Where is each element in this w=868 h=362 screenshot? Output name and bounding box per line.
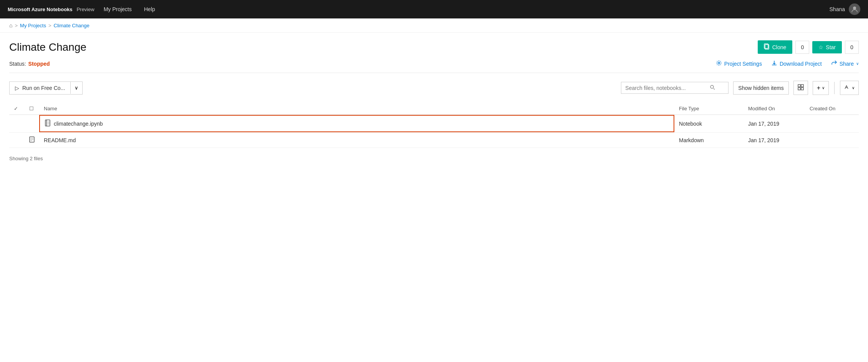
run-label: Run on Free Co... (22, 85, 65, 91)
status-label: Status: (9, 61, 26, 67)
show-hidden-label: Show hidden items (738, 85, 783, 91)
navbar-brand: Microsoft Azure Notebooks Preview (8, 7, 95, 12)
svg-point-4 (710, 85, 714, 88)
svg-rect-8 (801, 88, 803, 90)
nav-my-projects[interactable]: My Projects (104, 6, 132, 12)
filetype-header-label: File Type (679, 106, 699, 111)
created-header-label: Created On (810, 106, 835, 111)
col-name-header: Name (39, 103, 674, 115)
gear-icon (716, 60, 722, 67)
new-item-chevron: ∨ (822, 86, 825, 90)
star-button[interactable]: ☆ Star (812, 41, 842, 53)
row2-filename: README.md (44, 137, 76, 143)
share-icon (831, 60, 837, 67)
row2-name-cell[interactable]: README.md (39, 133, 674, 148)
play-icon: ▷ (15, 85, 19, 91)
svg-rect-5 (798, 85, 800, 87)
file-table: ✓ ☐ Name File Type Modified On Created O… (9, 103, 859, 148)
show-hidden-button[interactable]: Show hidden items (733, 81, 788, 95)
breadcrumb-sep-2: > (48, 23, 51, 28)
row2-icon (25, 133, 39, 148)
status-value: Stopped (28, 61, 50, 67)
col-modified-header: Modified On (744, 103, 805, 115)
clone-count: 0 (795, 41, 809, 54)
project-title: Climate Change (9, 41, 86, 53)
sort-button[interactable]: ∨ (840, 81, 859, 95)
search-box (621, 82, 729, 94)
run-button[interactable]: ▷ Run on Free Co... (10, 82, 70, 94)
share-link[interactable]: Share ∨ (831, 60, 859, 67)
download-icon (771, 60, 777, 67)
row2-modified: Jan 17, 2019 (744, 133, 805, 148)
showing-count: Showing 2 files (9, 156, 859, 161)
star-icon: ☆ (818, 44, 823, 50)
table-header: ✓ ☐ Name File Type Modified On Created O… (9, 103, 859, 115)
main-content: Climate Change Clone 0 ☆ Star 0 Status: (0, 33, 868, 169)
run-button-group: ▷ Run on Free Co... ∨ (9, 81, 83, 95)
svg-point-0 (853, 7, 856, 10)
run-dropdown-button[interactable]: ∨ (70, 82, 82, 94)
header-row: Climate Change Clone 0 ☆ Star 0 (9, 40, 859, 54)
row1-created (805, 115, 859, 133)
plus-icon: + (817, 85, 820, 91)
search-icon (710, 85, 715, 91)
file-icon (29, 138, 35, 144)
home-icon[interactable]: ⌂ (9, 22, 12, 28)
svg-rect-6 (801, 85, 803, 87)
avatar[interactable] (849, 3, 860, 15)
row2-filetype: Markdown (674, 133, 744, 148)
notebook-icon (45, 120, 51, 128)
col-check: ✓ (9, 103, 25, 115)
star-count: 0 (845, 41, 859, 54)
download-project-link[interactable]: Download Project (771, 60, 822, 67)
row1-modified: Jan 17, 2019 (744, 115, 805, 133)
nav-help[interactable]: Help (144, 6, 155, 12)
new-item-button[interactable]: + ∨ (813, 81, 829, 95)
status-left: Status: Stopped (9, 61, 50, 67)
breadcrumb-my-projects[interactable]: My Projects (20, 23, 46, 28)
file-type-icon: ☐ (29, 106, 34, 111)
share-label: Share (840, 61, 854, 67)
brand-preview: Preview (76, 7, 94, 12)
brand-name: Microsoft Azure Notebooks (8, 7, 73, 12)
header-actions: Clone 0 ☆ Star 0 (758, 40, 859, 54)
star-label: Star (826, 44, 836, 50)
search-input[interactable] (625, 85, 710, 91)
col-icon-header: ☐ (25, 103, 39, 115)
clone-icon (764, 43, 770, 51)
breadcrumb: ⌂ > My Projects > Climate Change (0, 18, 868, 33)
row1-highlighted-name[interactable]: climatechange.ipynb (39, 115, 674, 132)
download-project-label: Download Project (780, 61, 822, 67)
row2-created (805, 133, 859, 148)
svg-point-3 (718, 62, 720, 64)
status-row: Status: Stopped Project Settings (9, 60, 859, 73)
table-row: climatechange.ipynb Notebook Jan 17, 201… (9, 115, 859, 133)
modified-header-label: Modified On (748, 106, 775, 111)
user-name: Shana (830, 6, 845, 12)
breadcrumb-climate-change[interactable]: Climate Change (54, 23, 90, 28)
toolbar: ▷ Run on Free Co... ∨ Show hidden items (9, 81, 859, 95)
row1-check (9, 115, 25, 133)
breadcrumb-sep-1: > (15, 23, 18, 28)
svg-rect-7 (798, 88, 800, 90)
col-filetype-header: File Type (674, 103, 744, 115)
table-row: README.md Markdown Jan 17, 2019 (9, 133, 859, 148)
sort-chevron: ∨ (852, 86, 855, 90)
check-icon: ✓ (14, 106, 18, 111)
table-body: climatechange.ipynb Notebook Jan 17, 201… (9, 115, 859, 148)
navbar-right: Shana (830, 3, 860, 15)
row1-filetype: Notebook (674, 115, 744, 133)
row1-name-cell: climatechange.ipynb (39, 115, 674, 133)
share-chevron-icon: ∨ (856, 61, 859, 66)
toolbar-separator (834, 82, 835, 94)
name-header-label: Name (44, 106, 57, 111)
grid-view-button[interactable] (793, 81, 808, 95)
project-settings-link[interactable]: Project Settings (716, 60, 762, 67)
col-created-header: Created On (805, 103, 859, 115)
status-actions: Project Settings Download Project (716, 60, 859, 67)
clone-button[interactable]: Clone (758, 40, 793, 54)
navbar-links: My Projects Help (104, 6, 155, 12)
clone-label: Clone (772, 44, 787, 50)
grid-icon (798, 84, 804, 91)
project-settings-label: Project Settings (724, 61, 762, 67)
